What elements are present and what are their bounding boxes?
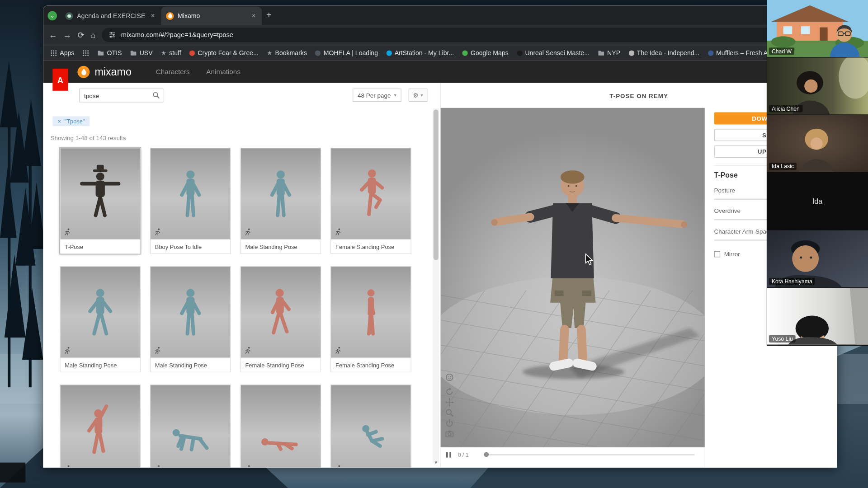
back-icon[interactable]: ← — [49, 31, 57, 39]
tab-agenda[interactable]: Agenda and EXERCISE 1_Thu - × — [60, 7, 161, 25]
viewer-canvas[interactable] — [441, 108, 705, 447]
scrollbar-thumb[interactable] — [434, 109, 439, 260]
animation-card[interactable]: Male Standing Pose — [150, 266, 231, 372]
zoom-icon[interactable] — [445, 408, 454, 418]
adobe-logo[interactable]: A — [52, 69, 68, 91]
desktop-shortcut[interactable] — [0, 463, 25, 483]
animation-runner-icon — [335, 347, 342, 354]
animation-thumbnail[interactable] — [330, 266, 411, 358]
settings-dropdown-button[interactable]: ⚙ ▾ — [409, 89, 427, 102]
animation-card[interactable] — [240, 385, 321, 468]
animation-card[interactable]: Bboy Pose To Idle — [150, 148, 231, 254]
animation-thumbnail[interactable] — [330, 148, 411, 239]
bookmark-item[interactable]: OTIS — [98, 50, 122, 56]
zoom-participant-tile[interactable]: Alicia Chen — [767, 57, 868, 115]
animation-card[interactable] — [60, 385, 141, 468]
bookmark-item[interactable]: Apps — [50, 50, 74, 56]
folder-icon — [130, 50, 137, 56]
bookmark-item[interactable]: ★stuff — [161, 50, 181, 56]
bookmark-label: Google Maps — [471, 50, 509, 56]
bookmark-label: The Idea - Independ... — [637, 50, 700, 56]
timeline-track[interactable] — [484, 454, 695, 455]
bookmark-label: Crypto Fear & Gree... — [198, 50, 259, 56]
bookmark-item[interactable]: USV — [130, 50, 153, 56]
zoom-participant-tile[interactable]: Ida — [767, 173, 868, 230]
animation-card[interactable] — [150, 385, 231, 468]
nav-animations[interactable]: Animations — [206, 68, 241, 76]
remove-filter-icon[interactable]: × — [57, 118, 61, 125]
animation-thumbnail[interactable] — [240, 385, 321, 468]
url-bar[interactable]: mixamo.com/#/?page=1&query=tpose ☆ — [102, 28, 786, 42]
pause-button[interactable] — [446, 452, 451, 457]
zoom-participant-tile[interactable]: Chad W — [767, 0, 868, 57]
site-settings-icon[interactable] — [108, 31, 116, 39]
new-tab-button[interactable]: + — [266, 10, 271, 20]
list-scrollbar[interactable] — [433, 108, 439, 463]
filter-chip[interactable]: × "Tpose" — [52, 116, 90, 126]
scrollbar-down-arrow[interactable]: ▾ — [433, 460, 439, 465]
bookmark-item[interactable]: NYP — [598, 50, 620, 56]
close-tab-icon[interactable]: × — [250, 12, 257, 20]
pan-icon[interactable] — [445, 398, 454, 407]
animation-runner-icon — [335, 228, 342, 235]
zoom-participant-tile[interactable]: Yuso Liu — [767, 288, 868, 345]
mirror-checkbox[interactable] — [714, 251, 720, 257]
animation-thumbnail[interactable] — [60, 148, 141, 239]
bookmark-item[interactable]: Google Maps — [462, 50, 509, 56]
animation-runner-icon — [244, 347, 252, 354]
animation-thumbnail[interactable] — [150, 266, 231, 358]
bookmark-item[interactable]: Mufflers – Fresh Air... — [708, 50, 776, 56]
animation-runner-icon — [64, 347, 71, 354]
animation-card-label: Male Standing Pose — [240, 239, 321, 254]
animation-thumbnail[interactable] — [60, 266, 141, 358]
animation-thumbnail[interactable] — [240, 266, 321, 358]
nav-characters[interactable]: Characters — [156, 68, 190, 76]
timeline-knob[interactable] — [484, 452, 489, 457]
mouse-cursor — [585, 253, 595, 266]
orbit-icon[interactable] — [445, 387, 454, 396]
home-icon[interactable]: ⌂ — [90, 31, 95, 39]
viewer-column: 0 / 1 — [441, 108, 705, 468]
animation-thumbnail[interactable] — [240, 148, 321, 239]
animation-card[interactable]: Female Standing Pose — [330, 148, 411, 254]
animation-thumbnail[interactable] — [60, 385, 141, 468]
pose-figure — [165, 270, 216, 354]
animation-card[interactable]: Female Standing Pose — [240, 266, 321, 372]
animation-thumbnail[interactable] — [330, 385, 411, 468]
search-input[interactable] — [79, 89, 163, 103]
document-tab-favicon — [65, 12, 73, 19]
power-icon[interactable] — [445, 419, 454, 428]
tab-mixamo[interactable]: Mixamo × — [161, 7, 262, 25]
participant-name: Kota Hashiyama — [769, 278, 815, 285]
animation-card[interactable]: Female Standing Pose — [330, 266, 411, 372]
camera-icon[interactable] — [445, 429, 454, 438]
url-text[interactable]: mixamo.com/#/?page=1&query=tpose — [121, 31, 768, 39]
bookmark-item[interactable]: Unreal Sensei Maste... — [517, 50, 590, 56]
mixamo-logo[interactable]: mixamo — [77, 66, 131, 78]
bookmark-item[interactable]: Crypto Fear & Gree... — [189, 50, 259, 56]
animations-list-panel: 48 Per page ▾ ⚙ ▾ × "Tpose" Showing 1-48… — [43, 83, 440, 468]
reload-icon[interactable]: ⟳ — [77, 31, 84, 39]
bookmark-item[interactable] — [83, 50, 90, 56]
face-icon[interactable] — [445, 373, 454, 382]
animation-thumbnail[interactable] — [150, 385, 231, 468]
animation-card[interactable] — [330, 385, 411, 468]
bookmark-item[interactable]: ArtStation - My Libr... — [386, 50, 454, 56]
bookmark-item[interactable]: The Idea - Independ... — [628, 50, 699, 56]
bookmark-item[interactable]: MOHELA | Loading — [315, 50, 378, 56]
search-icon[interactable] — [152, 91, 160, 99]
forward-icon[interactable]: → — [63, 31, 71, 39]
viewer-toolbar — [445, 373, 454, 438]
close-tab-icon[interactable]: × — [150, 12, 156, 20]
animation-card-label: Female Standing Pose — [330, 358, 411, 372]
per-page-select[interactable]: 48 Per page ▾ — [353, 89, 401, 102]
zoom-participant-tile[interactable]: Kota Hashiyama — [767, 230, 868, 287]
animation-card[interactable]: T-Pose — [60, 148, 141, 254]
zoom-participant-tile[interactable]: Ida Lasic — [767, 115, 868, 173]
animation-thumbnail[interactable] — [150, 148, 231, 239]
tab-search-button[interactable]: ⌄ — [47, 11, 57, 20]
bookmark-item[interactable]: ★Bookmarks — [267, 50, 307, 56]
animation-card-label: Female Standing Pose — [330, 239, 411, 254]
animation-card[interactable]: Male Standing Pose — [60, 266, 141, 372]
animation-card[interactable]: Male Standing Pose — [240, 148, 321, 254]
